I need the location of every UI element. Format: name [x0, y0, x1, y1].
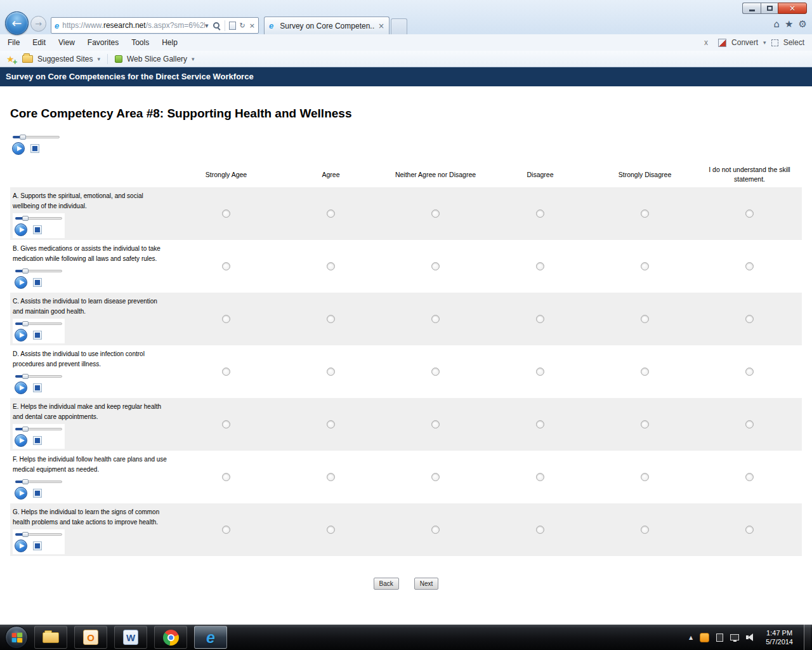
- back-page-button[interactable]: Back: [374, 578, 399, 590]
- taskbar-word-button[interactable]: W: [114, 626, 147, 649]
- slider-thumb[interactable]: [22, 374, 29, 379]
- radio-strongly-disagree[interactable]: [641, 473, 649, 481]
- stop-button[interactable]: [33, 278, 42, 287]
- radio-strongly-disagree[interactable]: [641, 262, 649, 270]
- radio-strongly-disagree[interactable]: [641, 368, 649, 376]
- radio-not-understand[interactable]: [745, 209, 754, 218]
- stop-button[interactable]: [33, 436, 42, 445]
- add-favorite-icon[interactable]: ★: [6, 54, 18, 64]
- select-button[interactable]: Select: [783, 38, 804, 47]
- browser-tab[interactable]: e Survey on Core Competen... ×: [264, 17, 390, 34]
- radio-strongly-agree[interactable]: [222, 315, 230, 323]
- menu-view[interactable]: View: [58, 38, 75, 47]
- player-seek-slider[interactable]: [15, 321, 62, 327]
- web-slice-dropdown-icon[interactable]: ▾: [192, 56, 195, 62]
- slider-thumb[interactable]: [22, 269, 29, 274]
- stop-button[interactable]: [33, 225, 42, 234]
- radio-agree[interactable]: [327, 262, 335, 270]
- play-button[interactable]: [15, 434, 27, 447]
- minimize-button[interactable]: [742, 3, 761, 14]
- slider-thumb[interactable]: [22, 216, 29, 221]
- radio-neither[interactable]: [431, 315, 440, 323]
- suggested-sites-dropdown-icon[interactable]: ▾: [97, 56, 100, 62]
- web-slice-gallery-link[interactable]: Web Slice Gallery: [127, 55, 187, 63]
- taskbar-chrome-button[interactable]: [154, 626, 187, 649]
- favorites-star-icon[interactable]: ★: [785, 18, 793, 30]
- radio-disagree[interactable]: [536, 420, 544, 428]
- next-page-button[interactable]: Next: [414, 578, 439, 590]
- radio-not-understand[interactable]: [745, 315, 754, 323]
- tray-clipboard-icon[interactable]: [716, 633, 723, 642]
- radio-disagree[interactable]: [536, 262, 544, 270]
- radio-strongly-agree[interactable]: [222, 368, 230, 376]
- player-seek-slider[interactable]: [15, 479, 62, 485]
- stop-button[interactable]: [33, 383, 42, 392]
- radio-neither[interactable]: [431, 368, 440, 376]
- maximize-button[interactable]: [761, 3, 778, 14]
- radio-strongly-agree[interactable]: [222, 473, 230, 481]
- player-seek-slider[interactable]: [15, 373, 62, 380]
- tray-expand-icon[interactable]: ▲: [689, 635, 693, 640]
- taskbar-ie-button[interactable]: e: [194, 626, 227, 649]
- radio-agree[interactable]: [327, 473, 335, 481]
- radio-neither[interactable]: [431, 209, 440, 218]
- stop-button[interactable]: [33, 541, 42, 550]
- radio-strongly-agree[interactable]: [222, 420, 230, 428]
- compatibility-view-icon[interactable]: [229, 22, 236, 30]
- close-button[interactable]: ×: [778, 3, 807, 14]
- radio-agree[interactable]: [327, 209, 335, 218]
- tray-display-icon[interactable]: [730, 634, 739, 640]
- url-text[interactable]: https://www.research.net/s.aspx?sm=6%2b: [62, 21, 205, 30]
- stop-button[interactable]: [33, 331, 42, 340]
- search-icon[interactable]: [213, 22, 221, 30]
- stop-button[interactable]: [30, 144, 39, 153]
- start-button[interactable]: [5, 626, 28, 649]
- suggested-sites-link[interactable]: Suggested Sites: [37, 55, 93, 63]
- radio-strongly-disagree[interactable]: [641, 315, 649, 323]
- radio-strongly-disagree[interactable]: [641, 526, 649, 534]
- taskbar-explorer-button[interactable]: [34, 626, 67, 649]
- radio-neither[interactable]: [431, 473, 440, 481]
- tray-app-icon[interactable]: [700, 633, 709, 642]
- radio-agree[interactable]: [327, 420, 335, 428]
- new-tab-button[interactable]: [391, 18, 407, 34]
- radio-disagree[interactable]: [536, 209, 544, 218]
- player-seek-slider[interactable]: [15, 268, 62, 274]
- stop-icon[interactable]: ×: [249, 22, 255, 30]
- addon-close-icon[interactable]: x: [704, 38, 708, 47]
- radio-neither[interactable]: [431, 526, 440, 534]
- volume-icon[interactable]: [746, 633, 755, 641]
- back-button[interactable]: ←: [5, 11, 29, 35]
- menu-file[interactable]: File: [8, 38, 20, 47]
- player-seek-slider[interactable]: [15, 215, 62, 222]
- convert-dropdown-icon[interactable]: ▾: [763, 39, 766, 46]
- radio-agree[interactable]: [327, 368, 335, 376]
- play-button[interactable]: [12, 142, 25, 155]
- radio-not-understand[interactable]: [745, 262, 754, 270]
- radio-neither[interactable]: [431, 262, 440, 270]
- slider-thumb[interactable]: [20, 135, 26, 140]
- player-seek-slider[interactable]: [15, 531, 62, 538]
- play-button[interactable]: [15, 276, 27, 289]
- play-button[interactable]: [15, 540, 27, 552]
- radio-agree[interactable]: [327, 526, 335, 534]
- radio-neither[interactable]: [431, 420, 440, 428]
- tab-close-icon[interactable]: ×: [378, 22, 384, 30]
- radio-disagree[interactable]: [536, 473, 544, 481]
- radio-strongly-agree[interactable]: [222, 209, 230, 218]
- slider-thumb[interactable]: [22, 427, 29, 432]
- player-seek-slider[interactable]: [13, 134, 60, 140]
- play-button[interactable]: [15, 223, 27, 236]
- radio-not-understand[interactable]: [745, 526, 754, 534]
- home-icon[interactable]: ⌂: [774, 18, 780, 30]
- refresh-icon[interactable]: ↻: [240, 22, 246, 30]
- radio-strongly-agree[interactable]: [222, 262, 230, 270]
- radio-not-understand[interactable]: [745, 368, 754, 376]
- menu-edit[interactable]: Edit: [32, 38, 46, 47]
- radio-disagree[interactable]: [536, 368, 544, 376]
- radio-not-understand[interactable]: [745, 473, 754, 481]
- stop-button[interactable]: [33, 489, 42, 498]
- menu-favorites[interactable]: Favorites: [88, 38, 119, 47]
- show-desktop-button[interactable]: [804, 625, 811, 650]
- play-button[interactable]: [15, 381, 27, 394]
